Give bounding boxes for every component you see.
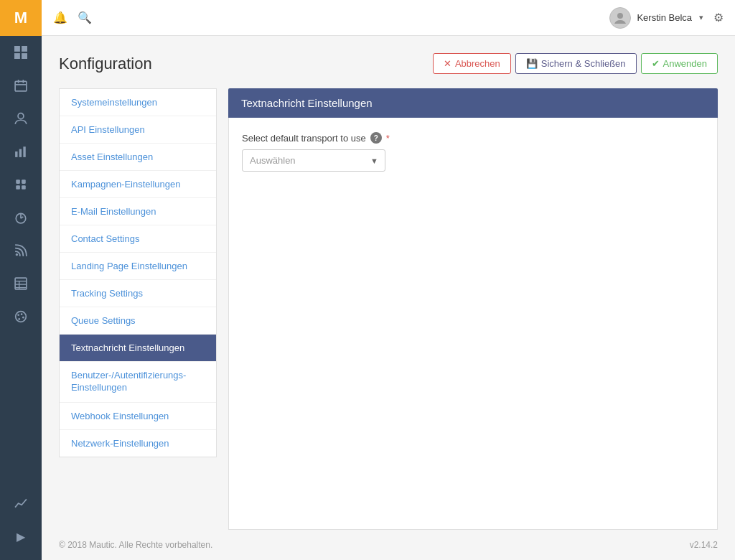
svg-point-27 [21, 313, 23, 315]
svg-point-26 [17, 314, 19, 316]
topbar: 🔔 🔍 Kerstin Belca ▾ ⚙ [42, 0, 735, 36]
transport-select[interactable]: Auswählen [242, 149, 385, 172]
username-label: Kerstin Belca [637, 12, 692, 23]
content-area: Konfiguration ✕ Abbrechen 💾 Sichern & Sc… [42, 36, 735, 560]
avatar [609, 7, 631, 29]
svg-rect-11 [23, 146, 25, 157]
save-disk-icon: 💾 [526, 58, 538, 69]
version-text: v2.14.2 [690, 540, 718, 550]
svg-rect-1 [22, 46, 27, 52]
svg-rect-13 [22, 179, 26, 184]
sidebar-item-table[interactable] [0, 267, 42, 300]
cancel-x-icon: ✕ [444, 58, 451, 69]
sidebar-item-timer[interactable] [0, 201, 42, 234]
sidebar-item-analytics[interactable] [0, 487, 42, 520]
save-button[interactable]: 💾 Sichern & Schließen [515, 53, 637, 74]
nav-item-email[interactable]: E-Mail Einstellungen [60, 198, 216, 225]
panel-header: Textnachricht Einstellungen [228, 88, 718, 118]
svg-rect-15 [22, 185, 26, 190]
nav-item-system[interactable]: Systemeinstellungen [60, 89, 216, 116]
sidebar-item-calendar[interactable] [0, 69, 42, 102]
svg-rect-0 [14, 46, 20, 52]
page-header: Konfiguration ✕ Abbrechen 💾 Sichern & Sc… [59, 53, 718, 74]
nav-item-contact[interactable]: Contact Settings [60, 225, 216, 253]
nav-item-textnachricht[interactable]: Textnachricht Einstellungen [60, 335, 216, 362]
svg-point-8 [18, 113, 24, 119]
nav-item-network[interactable]: Netzwerk-Einstellungen [60, 430, 216, 457]
svg-point-28 [22, 317, 24, 319]
footer: © 2018 Mautic. Alle Rechte vorbehalten. … [59, 530, 718, 560]
sidebar-logo[interactable]: M [0, 0, 42, 36]
sidebar-item-reports[interactable] [0, 135, 42, 168]
sidebar-item-contacts[interactable] [0, 102, 42, 135]
nav-item-queue[interactable]: Queue Settings [60, 307, 216, 335]
settings-gear-icon[interactable]: ⚙ [713, 11, 724, 24]
nav-item-api[interactable]: API Einstellungen [60, 116, 216, 144]
user-caret-icon: ▾ [699, 13, 703, 22]
notifications-bell[interactable]: 🔔 [53, 11, 67, 24]
left-navigation: Systemeinstellungen API Einstellungen As… [59, 88, 217, 457]
required-marker: * [386, 133, 390, 144]
transport-label: Select default transport to use ? * [242, 132, 704, 144]
svg-rect-14 [16, 185, 20, 190]
page-title: Konfiguration [59, 55, 152, 73]
logo-letter: M [14, 9, 27, 27]
svg-point-25 [16, 312, 27, 322]
sidebar: M ▶ [0, 0, 42, 560]
svg-rect-3 [22, 53, 27, 59]
page-actions: ✕ Abbrechen 💾 Sichern & Schließen ✔ Anwe… [433, 53, 718, 74]
svg-point-30 [617, 13, 623, 19]
panel-body: Select default transport to use ? * Ausw… [228, 118, 718, 530]
chevron-right-icon: ▶ [17, 530, 25, 543]
nav-item-webhook[interactable]: Webhook Einstellungen [60, 403, 216, 430]
nav-item-landing[interactable]: Landing Page Einstellungen [60, 253, 216, 280]
svg-rect-12 [16, 179, 20, 184]
right-panel: Textnachricht Einstellungen Select defau… [228, 88, 718, 530]
main-area: 🔔 🔍 Kerstin Belca ▾ ⚙ Konfiguration ✕ Ab… [42, 0, 735, 560]
svg-point-19 [16, 253, 18, 256]
nav-item-tracking[interactable]: Tracking Settings [60, 280, 216, 307]
copyright-text: © 2018 Mautic. Alle Rechte vorbehalten. [59, 540, 212, 550]
apply-check-icon: ✔ [652, 58, 660, 69]
search-icon[interactable]: 🔍 [78, 11, 92, 24]
svg-rect-4 [15, 81, 27, 91]
sidebar-item-feed[interactable] [0, 234, 42, 267]
nav-item-campaign[interactable]: Kampagnen-Einstellungen [60, 171, 216, 198]
transport-select-wrapper: Auswählen ▼ [242, 149, 385, 172]
sidebar-item-dashboard[interactable] [0, 36, 42, 69]
svg-rect-9 [15, 151, 17, 157]
svg-rect-10 [19, 149, 22, 157]
cancel-button[interactable]: ✕ Abbrechen [433, 53, 511, 74]
svg-rect-2 [14, 53, 20, 59]
apply-button[interactable]: ✔ Anwenden [641, 53, 718, 74]
layout-row: Systemeinstellungen API Einstellungen As… [59, 88, 718, 530]
help-icon[interactable]: ? [370, 132, 382, 144]
sidebar-collapse[interactable]: ▶ [0, 520, 42, 553]
user-menu[interactable]: Kerstin Belca ▾ [609, 7, 703, 29]
nav-item-auth[interactable]: Benutzer-/Autentifizierungs-Einstellunge… [60, 362, 216, 403]
sidebar-item-plugins[interactable] [0, 168, 42, 201]
sidebar-item-palette[interactable] [0, 300, 42, 333]
nav-item-asset[interactable]: Asset Einstellungen [60, 144, 216, 171]
svg-point-29 [18, 318, 20, 320]
